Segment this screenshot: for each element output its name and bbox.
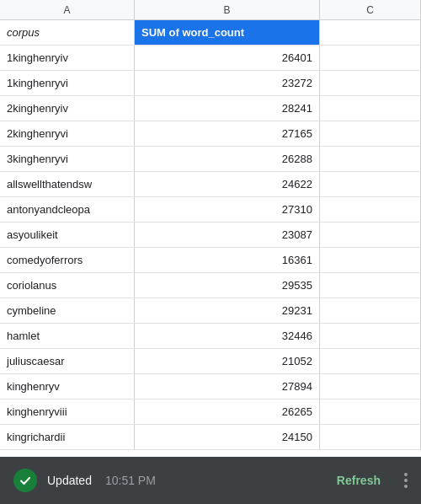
table-row: 2kinghenryvi27165 bbox=[0, 121, 421, 147]
column-headers: A B C bbox=[0, 0, 421, 20]
table-body: corpus SUM of word_count 1kinghenryiv264… bbox=[0, 20, 421, 450]
cell-corpus: kingrichardii bbox=[0, 425, 135, 449]
cell-corpus: juliuscaesar bbox=[0, 349, 135, 373]
cell-count: 26265 bbox=[135, 399, 320, 424]
cell-corpus: hamlet bbox=[0, 324, 135, 348]
cell-empty bbox=[320, 273, 421, 298]
more-options-icon bbox=[404, 473, 408, 488]
cell-corpus: allswellthatendsw bbox=[0, 172, 135, 196]
header-cell-c bbox=[320, 20, 421, 45]
cell-corpus: cymbeline bbox=[0, 298, 135, 323]
cell-count: 29231 bbox=[135, 298, 320, 323]
cell-corpus: kinghenryviii bbox=[0, 399, 135, 424]
table-row: allswellthatendsw24622 bbox=[0, 172, 421, 197]
cell-empty bbox=[320, 399, 421, 424]
header-cell-a: corpus bbox=[0, 20, 135, 45]
cell-corpus: 2kinghenryiv bbox=[0, 96, 135, 121]
cell-count: 26401 bbox=[135, 46, 320, 70]
cell-corpus: coriolanus bbox=[0, 273, 135, 298]
cell-count: 26288 bbox=[135, 147, 320, 171]
cell-empty bbox=[320, 197, 421, 222]
spreadsheet: A B C corpus SUM of word_count 1kinghenr… bbox=[0, 0, 421, 504]
cell-empty bbox=[320, 172, 421, 196]
toast-notification: Updated 10:51 PM Refresh bbox=[0, 457, 421, 504]
cell-corpus: 3kinghenryvi bbox=[0, 147, 135, 171]
header-cell-b: SUM of word_count bbox=[135, 20, 320, 45]
table-row: cymbeline29231 bbox=[0, 298, 421, 324]
cell-count: 16361 bbox=[135, 248, 320, 272]
cell-corpus: 1kinghenryiv bbox=[0, 46, 135, 70]
cell-count: 28241 bbox=[135, 96, 320, 121]
cell-count: 24150 bbox=[135, 425, 320, 449]
table-row: hamlet32446 bbox=[0, 324, 421, 349]
refresh-button[interactable]: Refresh bbox=[337, 474, 381, 487]
table-row: 1kinghenryvi23272 bbox=[0, 71, 421, 96]
table-row: kingrichardii24150 bbox=[0, 425, 421, 450]
cell-empty bbox=[320, 374, 421, 399]
table-row: comedyoferrors16361 bbox=[0, 248, 421, 273]
cell-empty bbox=[320, 147, 421, 171]
cell-count: 23087 bbox=[135, 223, 320, 247]
cell-corpus: 2kinghenryvi bbox=[0, 121, 135, 146]
cell-count: 32446 bbox=[135, 324, 320, 348]
cell-empty bbox=[320, 349, 421, 373]
cell-count: 24622 bbox=[135, 172, 320, 196]
table-row: juliuscaesar21052 bbox=[0, 349, 421, 374]
toast-time: 10:51 PM bbox=[105, 474, 156, 487]
cell-corpus: 1kinghenryvi bbox=[0, 71, 135, 95]
col-header-b: B bbox=[135, 0, 320, 19]
cell-empty bbox=[320, 71, 421, 95]
cell-count: 23272 bbox=[135, 71, 320, 95]
cell-empty bbox=[320, 223, 421, 247]
cell-corpus: antonyandcleopa bbox=[0, 197, 135, 222]
cell-count: 29535 bbox=[135, 273, 320, 298]
cell-count: 27165 bbox=[135, 121, 320, 146]
table-row: asyoulikeit23087 bbox=[0, 223, 421, 248]
cell-corpus: asyoulikeit bbox=[0, 223, 135, 247]
col-header-c: C bbox=[320, 0, 421, 19]
col-header-a: A bbox=[0, 0, 135, 19]
cell-empty bbox=[320, 46, 421, 70]
cell-empty bbox=[320, 121, 421, 146]
table-row: kinghenryviii26265 bbox=[0, 399, 421, 425]
updated-icon bbox=[13, 469, 37, 492]
cell-empty bbox=[320, 425, 421, 449]
toast-status: Updated bbox=[47, 474, 92, 487]
cell-empty bbox=[320, 96, 421, 121]
table-row: kinghenryv27894 bbox=[0, 374, 421, 399]
table-row: 1kinghenryiv26401 bbox=[0, 46, 421, 71]
table-row: antonyandcleopa27310 bbox=[0, 197, 421, 223]
cell-empty bbox=[320, 298, 421, 323]
table-row-header: corpus SUM of word_count bbox=[0, 20, 421, 46]
cell-count: 27310 bbox=[135, 197, 320, 222]
cell-corpus: kinghenryv bbox=[0, 374, 135, 399]
table-row: coriolanus29535 bbox=[0, 273, 421, 298]
more-options-button[interactable] bbox=[404, 473, 408, 488]
cell-corpus: comedyoferrors bbox=[0, 248, 135, 272]
cell-empty bbox=[320, 324, 421, 348]
table-row: 3kinghenryvi26288 bbox=[0, 147, 421, 172]
cell-count: 27894 bbox=[135, 374, 320, 399]
cell-count: 21052 bbox=[135, 349, 320, 373]
table-row: 2kinghenryiv28241 bbox=[0, 96, 421, 121]
cell-empty bbox=[320, 248, 421, 272]
